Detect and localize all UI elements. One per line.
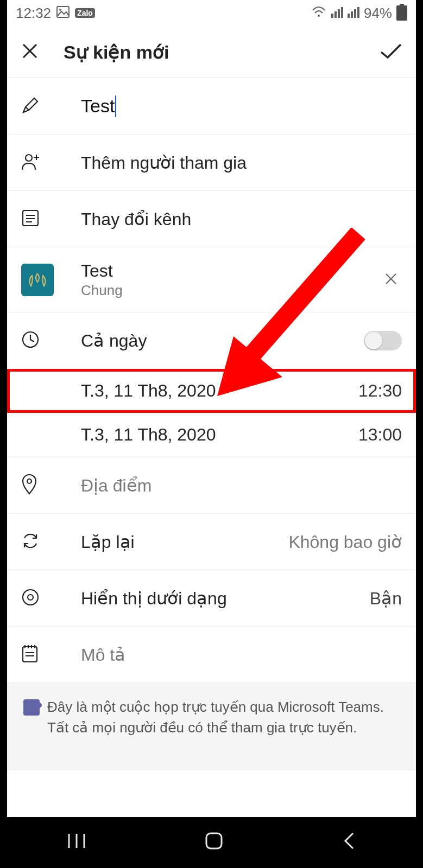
team-name: Test bbox=[81, 261, 113, 281]
start-time: 12:30 bbox=[358, 381, 402, 401]
svg-rect-7 bbox=[348, 14, 350, 18]
svg-point-16 bbox=[28, 595, 33, 600]
footnote-line1: Đây là một cuộc họp trực tuyến qua Micro… bbox=[47, 697, 384, 718]
location-label: Địa điểm bbox=[81, 475, 151, 496]
end-date: T.3, 11 Th8, 2020 bbox=[81, 425, 216, 445]
clock-icon bbox=[21, 330, 40, 351]
svg-point-14 bbox=[27, 479, 31, 483]
start-date: T.3, 11 Th8, 2020 bbox=[81, 381, 216, 401]
svg-rect-5 bbox=[338, 9, 340, 18]
footnote-line2: Tất cả mọi người đều có thể tham gia trự… bbox=[47, 718, 384, 738]
signal-icon-2 bbox=[348, 5, 359, 22]
text-cursor bbox=[115, 95, 116, 117]
showas-row[interactable]: Hiển thị dưới dạng Bận bbox=[7, 570, 416, 627]
svg-rect-6 bbox=[341, 7, 343, 18]
status-time: 12:32 bbox=[16, 5, 51, 22]
battery-text: 94% bbox=[364, 5, 392, 22]
repeat-label: Lặp lại bbox=[81, 532, 135, 552]
title-row[interactable]: Test bbox=[7, 78, 416, 135]
signal-icon bbox=[331, 5, 343, 22]
page-title: Sự kiện mới bbox=[64, 41, 169, 63]
repeat-row[interactable]: Lặp lại Không bao giờ bbox=[7, 514, 416, 570]
close-button[interactable] bbox=[20, 41, 40, 63]
team-row[interactable]: Test Chung bbox=[7, 247, 416, 312]
description-label: Mô tả bbox=[81, 644, 125, 665]
start-datetime-row[interactable]: T.3, 11 Th8, 2020 12:30 bbox=[7, 369, 416, 413]
participants-row[interactable]: Thêm người tham gia bbox=[7, 135, 416, 191]
wifi-icon bbox=[311, 5, 327, 22]
svg-rect-17 bbox=[23, 647, 37, 662]
status-icon bbox=[21, 588, 40, 609]
repeat-value: Không bao giờ bbox=[288, 532, 402, 552]
svg-rect-10 bbox=[357, 7, 359, 18]
clear-team-button[interactable] bbox=[380, 266, 402, 293]
location-row[interactable]: Địa điểm bbox=[7, 457, 416, 514]
system-navbar bbox=[7, 817, 416, 867]
zalo-icon: Zalo bbox=[75, 8, 95, 18]
meeting-info-note: Đây là một cuộc họp trực tuyến qua Micro… bbox=[7, 683, 416, 770]
pencil-icon bbox=[21, 96, 40, 117]
allday-row: Cả ngày bbox=[7, 312, 416, 369]
showas-value: Bận bbox=[370, 588, 402, 609]
description-row[interactable]: Mô tả bbox=[7, 627, 416, 683]
title-value[interactable]: Test bbox=[81, 95, 115, 117]
back-button[interactable] bbox=[341, 831, 357, 853]
svg-point-1 bbox=[59, 9, 61, 11]
allday-label: Cả ngày bbox=[81, 330, 147, 351]
status-bar: 12:32 Zalo 94% bbox=[7, 0, 416, 26]
recents-button[interactable] bbox=[66, 832, 87, 852]
gallery-icon bbox=[56, 5, 70, 22]
svg-rect-9 bbox=[354, 9, 356, 18]
app-header: Sự kiện mới bbox=[7, 26, 416, 78]
channel-icon bbox=[21, 209, 40, 229]
channel-label: Thay đổi kênh bbox=[81, 209, 191, 229]
teams-icon bbox=[23, 699, 40, 716]
channel-row[interactable]: Thay đổi kênh bbox=[7, 191, 416, 247]
svg-point-2 bbox=[318, 15, 320, 17]
svg-rect-4 bbox=[334, 11, 337, 18]
home-button[interactable] bbox=[204, 831, 224, 853]
participants-label: Thêm người tham gia bbox=[81, 152, 247, 173]
svg-rect-18 bbox=[206, 833, 222, 848]
svg-point-15 bbox=[23, 590, 38, 605]
svg-rect-0 bbox=[57, 7, 69, 17]
svg-rect-3 bbox=[331, 14, 333, 18]
svg-point-11 bbox=[26, 155, 32, 161]
end-datetime-row[interactable]: T.3, 11 Th8, 2020 13:00 bbox=[7, 413, 416, 457]
add-person-icon bbox=[21, 151, 42, 174]
team-avatar bbox=[21, 264, 54, 296]
battery-icon bbox=[396, 5, 407, 21]
showas-label: Hiển thị dưới dạng bbox=[81, 588, 227, 609]
team-channel: Chung bbox=[81, 282, 123, 299]
end-time: 13:00 bbox=[358, 425, 402, 445]
allday-toggle[interactable] bbox=[364, 331, 402, 350]
notes-icon bbox=[21, 644, 39, 666]
repeat-icon bbox=[21, 532, 40, 552]
location-icon bbox=[21, 474, 37, 497]
confirm-button[interactable] bbox=[379, 41, 403, 63]
svg-rect-8 bbox=[351, 11, 353, 18]
